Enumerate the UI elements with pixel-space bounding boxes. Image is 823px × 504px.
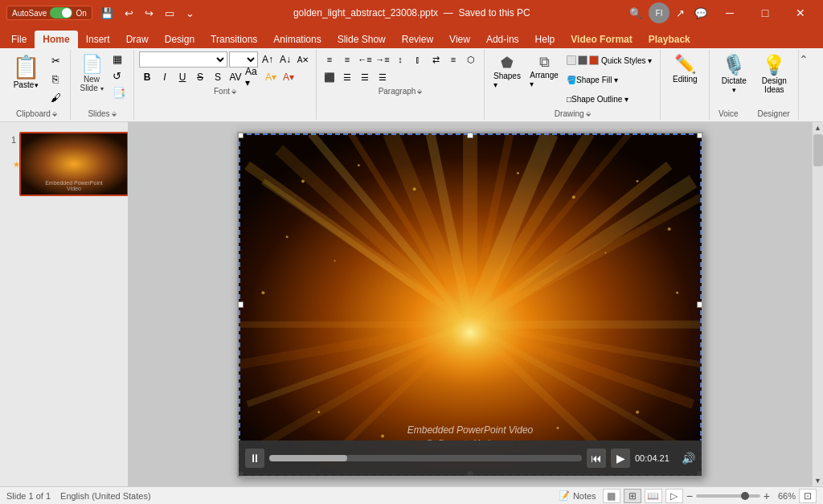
- zoom-out-button[interactable]: −: [686, 490, 693, 502]
- ribbon-collapse[interactable]: ⌃: [799, 50, 809, 120]
- reset-button[interactable]: ↺: [109, 68, 129, 84]
- tab-playback[interactable]: Playback: [641, 31, 698, 48]
- charspace-button[interactable]: AV: [227, 69, 244, 85]
- share-icon[interactable]: ↗: [673, 6, 688, 21]
- normal-view-button[interactable]: ▦: [603, 489, 620, 503]
- pause-button[interactable]: ⏸: [245, 449, 264, 468]
- bold-button[interactable]: B: [139, 69, 155, 85]
- numbering-button[interactable]: ≡: [339, 51, 355, 68]
- clipboard-expander[interactable]: ⬙: [52, 110, 57, 117]
- bullets-button[interactable]: ≡: [321, 51, 338, 68]
- maximize-button[interactable]: □: [749, 0, 781, 26]
- text-direction-button[interactable]: ⇄: [428, 51, 444, 68]
- justify-button[interactable]: ☰: [375, 69, 391, 85]
- decrease-indent-button[interactable]: ←≡: [357, 51, 373, 68]
- format-painter-button[interactable]: 🖌: [46, 88, 65, 106]
- line-spacing-button[interactable]: ↕: [392, 51, 408, 68]
- shadow-button[interactable]: S: [210, 69, 226, 85]
- font-name-select[interactable]: [139, 51, 227, 68]
- reading-view-button[interactable]: 📖: [645, 489, 662, 503]
- editing-button[interactable]: ✏️ Editing: [665, 51, 704, 86]
- tab-videoformat[interactable]: Video Format: [563, 31, 640, 48]
- fontcase-button[interactable]: Aa ▾: [245, 69, 261, 85]
- slide-canvas[interactable]: Embedded PowerPoint Video By PresenterMe…: [237, 132, 703, 477]
- arrange-button[interactable]: ⧉ Arrange ▾: [526, 51, 562, 91]
- ribbon-collapse-icon[interactable]: ⌃: [799, 53, 809, 66]
- zoom-slider[interactable]: [696, 494, 760, 498]
- rewind-button[interactable]: ⏮: [587, 449, 606, 468]
- align-right-button[interactable]: ☰: [357, 69, 373, 85]
- paste-button[interactable]: 📋 Paste ▾: [8, 51, 44, 92]
- copy-button[interactable]: ⎘: [46, 70, 65, 88]
- paragraph-expander[interactable]: ⬙: [417, 88, 422, 95]
- slideshow-view-button[interactable]: ▷: [665, 489, 683, 503]
- zoom-in-button[interactable]: +: [764, 490, 770, 502]
- design-ideas-button[interactable]: 💡 DesignIdeas: [755, 51, 793, 96]
- svg-point-29: [358, 164, 360, 166]
- decrease-font-button[interactable]: A↓: [277, 51, 293, 68]
- shapes-button[interactable]: ⬟ Shapes ▾: [489, 51, 525, 92]
- minimize-button[interactable]: ─: [714, 0, 746, 26]
- scroll-down-button[interactable]: ▼: [813, 475, 824, 486]
- tab-transitions[interactable]: Transitions: [203, 31, 265, 48]
- columns-button[interactable]: ⫿: [410, 51, 426, 68]
- scrollbar-track[interactable]: [813, 133, 824, 475]
- font-size-select[interactable]: [229, 51, 258, 68]
- tab-design[interactable]: Design: [157, 31, 203, 48]
- notes-button[interactable]: 📝 Notes: [555, 490, 600, 502]
- tab-animations[interactable]: Animations: [265, 31, 329, 48]
- dictate-button[interactable]: 🎙️ Dictate▾: [714, 51, 753, 96]
- layout-button[interactable]: ▦: [109, 51, 129, 67]
- increase-font-button[interactable]: A↑: [260, 51, 276, 68]
- present-icon[interactable]: ▭: [162, 6, 178, 21]
- cut-button[interactable]: ✂: [46, 51, 65, 69]
- slides-expander[interactable]: ⬙: [112, 110, 117, 117]
- fill-icon: 🪣: [567, 76, 576, 84]
- strikethrough-button[interactable]: S: [192, 69, 208, 85]
- tab-home[interactable]: Home: [35, 31, 77, 48]
- scrollbar-thumb[interactable]: [813, 134, 823, 166]
- shape-fill-button[interactable]: 🪣 Shape Fill ▾: [563, 71, 655, 88]
- tab-slideshow[interactable]: Slide Show: [330, 31, 394, 48]
- align-text-button[interactable]: ≡: [445, 51, 461, 68]
- section-button[interactable]: 📑: [109, 85, 129, 100]
- scroll-up-button[interactable]: ▲: [813, 122, 824, 133]
- play-button[interactable]: ▶: [611, 449, 630, 468]
- tab-draw[interactable]: Draw: [118, 31, 157, 48]
- increase-indent-button[interactable]: →≡: [375, 51, 391, 68]
- smartart-button[interactable]: ⬡: [463, 51, 479, 68]
- quick-styles-button[interactable]: Quick Styles ▾: [563, 51, 655, 69]
- slide-thumbnail[interactable]: Embedded PowerPointVideo: [19, 132, 129, 196]
- highlight-button[interactable]: A▾: [263, 69, 279, 85]
- underline-button[interactable]: U: [174, 69, 190, 85]
- tab-help[interactable]: Help: [527, 31, 563, 48]
- comments-icon[interactable]: 💬: [691, 6, 710, 21]
- tab-file[interactable]: File: [3, 31, 35, 48]
- autosave-toggle[interactable]: [50, 7, 72, 18]
- close-button[interactable]: ✕: [784, 0, 817, 26]
- save-icon[interactable]: 💾: [97, 6, 117, 21]
- align-left-button[interactable]: ⬛: [321, 69, 338, 85]
- redo-icon[interactable]: ↪: [141, 6, 157, 21]
- fit-slide-button[interactable]: ⊡: [799, 489, 817, 503]
- font-expander[interactable]: ⬙: [231, 88, 236, 95]
- search-icon[interactable]: 🔍: [626, 6, 645, 21]
- align-center-button[interactable]: ☰: [339, 69, 355, 85]
- tab-review[interactable]: Review: [394, 31, 441, 48]
- autosave-badge[interactable]: AutoSave On: [6, 6, 92, 20]
- italic-button[interactable]: I: [157, 69, 173, 85]
- tab-insert[interactable]: Insert: [78, 31, 118, 48]
- avatar[interactable]: FI: [649, 2, 669, 23]
- tab-view[interactable]: View: [441, 31, 478, 48]
- shape-outline-button[interactable]: □ Shape Outline ▾: [563, 90, 655, 108]
- slide-sorter-button[interactable]: ⊞: [624, 489, 641, 503]
- clear-format-button[interactable]: A✕: [295, 51, 311, 68]
- volume-icon[interactable]: 🔊: [682, 452, 695, 465]
- more-icon[interactable]: ⌄: [182, 6, 198, 21]
- undo-icon[interactable]: ↩: [121, 6, 137, 21]
- tab-addins[interactable]: Add-ins: [478, 31, 527, 48]
- fontcolor-button[interactable]: A▾: [280, 69, 297, 85]
- drawing-expander[interactable]: ⬙: [586, 110, 591, 117]
- new-slide-button[interactable]: 📄 NewSlide ▾: [76, 51, 108, 95]
- video-progress-bar[interactable]: [269, 455, 582, 461]
